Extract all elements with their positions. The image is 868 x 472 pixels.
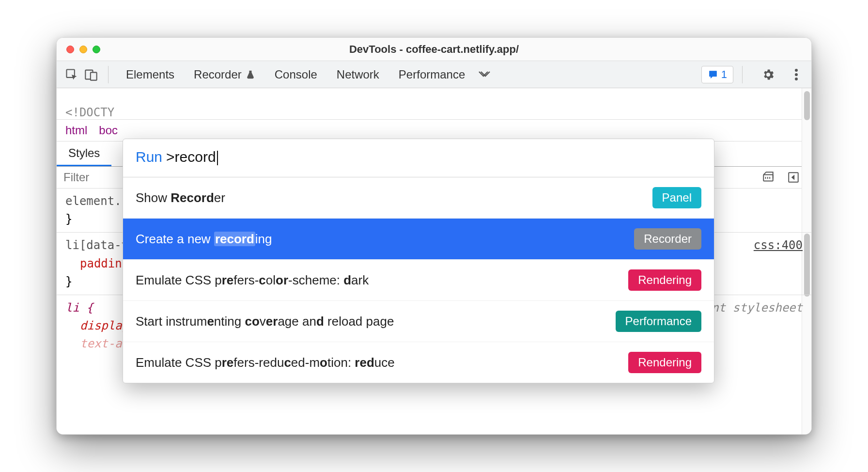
tab-performance[interactable]: Performance xyxy=(399,68,465,81)
css-source-link[interactable]: css:400 xyxy=(754,236,803,254)
command-input-row[interactable]: Run >record xyxy=(123,139,714,177)
tab-label: Recorder xyxy=(194,68,242,81)
suggestion-text: Emulate CSS prefers-color-scheme: dark xyxy=(136,273,369,288)
command-suggestion[interactable]: Create a new recordingRecorder xyxy=(123,219,714,260)
device-toolbar-icon[interactable] xyxy=(83,66,99,83)
suggestion-badge: Recorder xyxy=(634,228,701,250)
suggestion-badge: Rendering xyxy=(628,352,701,373)
scrollbar-thumb[interactable] xyxy=(804,91,810,120)
svg-point-5 xyxy=(795,78,798,80)
dom-tree[interactable]: <!DOCTY xyxy=(57,106,811,119)
tab-label: Performance xyxy=(399,68,465,81)
titlebar: DevTools - coffee-cart.netlify.app/ xyxy=(57,38,811,61)
devtools-toolbar: Elements Recorder Console Network Perfor… xyxy=(57,61,811,88)
tab-label: Elements xyxy=(126,68,174,81)
suggestion-text: Create a new recording xyxy=(136,232,272,247)
tab-label: Network xyxy=(337,68,379,81)
run-prefix: Run xyxy=(136,149,162,165)
devtools-window: DevTools - coffee-cart.netlify.app/ Elem… xyxy=(56,37,812,435)
suggestion-badge: Performance xyxy=(616,311,701,332)
command-query: >record xyxy=(166,149,218,165)
command-suggestion[interactable]: Show RecorderPanel xyxy=(123,177,714,219)
svg-rect-6 xyxy=(763,175,773,181)
text-caret xyxy=(217,151,218,165)
tab-network[interactable]: Network xyxy=(337,68,379,81)
minimize-window-button[interactable] xyxy=(79,46,87,53)
separator xyxy=(108,66,108,83)
css-selector: element.s xyxy=(65,194,128,208)
suggestion-text: Show Recorder xyxy=(136,190,225,205)
traffic-lights xyxy=(66,46,100,53)
issues-button[interactable]: 1 xyxy=(701,66,733,83)
close-window-button[interactable] xyxy=(66,46,74,53)
breadcrumb-item[interactable]: html xyxy=(65,124,87,137)
svg-point-3 xyxy=(795,69,798,72)
tab-elements[interactable]: Elements xyxy=(126,68,174,81)
tab-console[interactable]: Console xyxy=(275,68,317,81)
command-suggestion[interactable]: Emulate CSS prefers-reduced-motion: redu… xyxy=(123,342,714,383)
issues-icon xyxy=(708,69,718,80)
tab-styles[interactable]: Styles xyxy=(57,142,111,166)
css-selector: li[data-v xyxy=(65,238,128,252)
css-property: paddin xyxy=(80,257,122,270)
suggestion-text: Start instrumenting coverage and reload … xyxy=(136,314,394,329)
settings-gear-icon[interactable] xyxy=(760,66,776,83)
inspect-element-icon[interactable] xyxy=(63,66,80,83)
tab-label: Console xyxy=(275,68,317,81)
panel-tabs: Elements Recorder Console Network Perfor… xyxy=(126,68,465,81)
svg-point-4 xyxy=(795,73,798,76)
more-menu-icon[interactable] xyxy=(788,66,805,83)
flask-icon xyxy=(246,70,255,79)
more-tabs-button[interactable] xyxy=(478,68,491,81)
doctype-node: <!DOCTY xyxy=(65,106,114,119)
separator xyxy=(742,66,743,83)
svg-rect-2 xyxy=(91,72,97,80)
zoom-window-button[interactable] xyxy=(93,46,100,53)
tab-recorder[interactable]: Recorder xyxy=(194,68,255,81)
content-area: <!DOCTY html boc Styles element.s } xyxy=(57,88,811,434)
command-suggestion[interactable]: Start instrumenting coverage and reload … xyxy=(123,301,714,342)
toggle-classes-icon[interactable] xyxy=(760,169,776,186)
computed-panel-icon[interactable] xyxy=(785,169,802,186)
window-title: DevTools - coffee-cart.netlify.app/ xyxy=(57,43,811,56)
breadcrumb-item[interactable]: boc xyxy=(99,124,118,137)
css-selector: li { xyxy=(65,301,93,315)
css-property: display xyxy=(80,319,129,332)
suggestion-badge: Panel xyxy=(652,187,701,208)
issues-count: 1 xyxy=(721,68,727,81)
suggestion-badge: Rendering xyxy=(628,269,701,291)
suggestion-text: Emulate CSS prefers-reduced-motion: redu… xyxy=(136,355,395,370)
command-palette: Run >record Show RecorderPanelCreate a n… xyxy=(123,139,714,383)
command-suggestion[interactable]: Emulate CSS prefers-color-scheme: darkRe… xyxy=(123,260,714,301)
command-suggestions: Show RecorderPanelCreate a new recording… xyxy=(123,177,714,383)
